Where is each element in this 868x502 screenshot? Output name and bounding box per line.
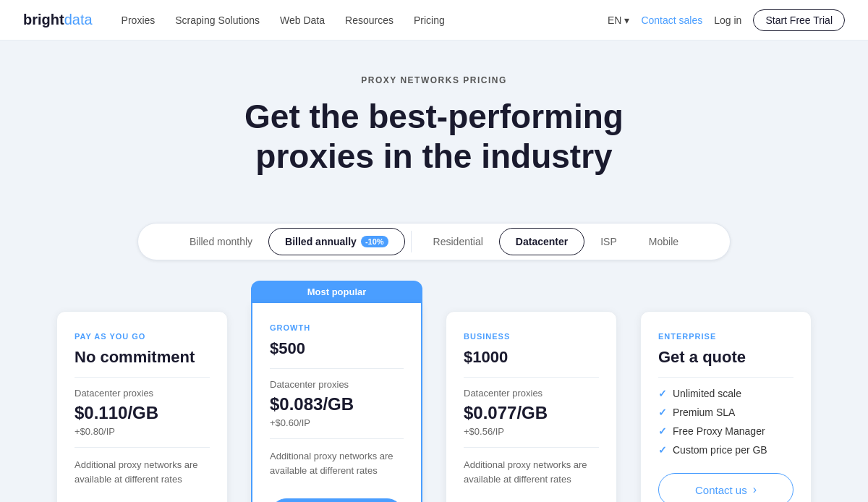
check-icon: ✓ bbox=[658, 407, 667, 418]
nav-web-data[interactable]: Web Data bbox=[280, 14, 325, 26]
billing-tabs: Billed monthly Billed annually -10% Resi… bbox=[137, 223, 731, 260]
nav-actions: EN ▾ Contact sales Log in Start Free Tri… bbox=[608, 9, 845, 31]
logo-bright: bright bbox=[23, 12, 64, 28]
nav-resources[interactable]: Resources bbox=[345, 14, 393, 26]
arrow-icon: › bbox=[753, 483, 757, 496]
feature-proxy-manager: ✓ Free Proxy Manager bbox=[658, 425, 793, 437]
feature-custom-price: ✓ Custom price per GB bbox=[658, 444, 793, 456]
plan-title: $500 bbox=[270, 339, 404, 358]
tab-billed-monthly[interactable]: Billed monthly bbox=[174, 228, 268, 255]
check-icon: ✓ bbox=[658, 388, 667, 399]
nav-scraping[interactable]: Scraping Solutions bbox=[175, 14, 260, 26]
plan-tag: PAY AS YOU GO bbox=[75, 332, 210, 341]
plan-cta-enterprise[interactable]: Contact us › bbox=[658, 473, 793, 502]
nav-pricing[interactable]: Pricing bbox=[414, 14, 445, 26]
language-selector[interactable]: EN ▾ bbox=[608, 14, 629, 26]
logo-data: data bbox=[64, 12, 93, 28]
nav-contact-sales[interactable]: Contact sales bbox=[641, 14, 702, 26]
plan-rate: $0.077/GB bbox=[464, 403, 599, 423]
plan-title: No commitment bbox=[75, 348, 210, 367]
plan-note: Additional proxy networks are available … bbox=[75, 458, 210, 493]
plan-title: Get a quote bbox=[658, 348, 793, 367]
nav-links: Proxies Scraping Solutions Web Data Reso… bbox=[122, 14, 608, 26]
plan-card-business: BUSINESS $1000 Datacenter proxies $0.077… bbox=[446, 311, 617, 502]
plan-ip-rate: +$0.60/IP bbox=[270, 417, 404, 428]
plan-rate: $0.110/GB bbox=[75, 403, 210, 423]
plan-note: Additional proxy networks are available … bbox=[464, 458, 599, 493]
hero-section: PROXY NETWORKS PRICING Get the best-perf… bbox=[0, 41, 868, 200]
hero-subtitle: PROXY NETWORKS PRICING bbox=[23, 75, 845, 85]
pricing-section: PAY AS YOU GO No commitment Datacenter p… bbox=[22, 281, 846, 502]
plan-tag: ENTERPRISE bbox=[658, 332, 793, 341]
plan-ip-rate: +$0.80/IP bbox=[75, 426, 210, 437]
feature-premium-sla: ✓ Premium SLA bbox=[658, 407, 793, 418]
discount-badge: -10% bbox=[361, 236, 388, 247]
proxy-label: Datacenter proxies bbox=[75, 388, 210, 399]
nav-trial-button[interactable]: Start Free Trial bbox=[753, 9, 845, 31]
check-icon: ✓ bbox=[658, 425, 667, 437]
feature-unlimited-scale: ✓ Unlimited scale bbox=[658, 388, 793, 399]
tab-billed-annually[interactable]: Billed annually -10% bbox=[268, 228, 405, 255]
tab-isp[interactable]: ISP bbox=[584, 228, 633, 255]
plan-cta-growth[interactable]: Start free trial › bbox=[270, 498, 404, 502]
popular-banner: Most popular bbox=[251, 281, 422, 303]
logo[interactable]: bright data bbox=[23, 12, 93, 28]
plan-card-payasyougo: PAY AS YOU GO No commitment Datacenter p… bbox=[56, 311, 228, 502]
plan-card-growth: GROWTH $500 Datacenter proxies $0.083/GB… bbox=[251, 303, 422, 502]
plan-tag: GROWTH bbox=[270, 323, 404, 332]
check-icon: ✓ bbox=[658, 444, 667, 456]
chevron-down-icon: ▾ bbox=[624, 14, 629, 26]
proxy-label: Datacenter proxies bbox=[270, 379, 404, 390]
proxy-label: Datacenter proxies bbox=[464, 388, 599, 399]
tab-residential[interactable]: Residential bbox=[417, 228, 499, 255]
plan-tag: BUSINESS bbox=[464, 332, 599, 341]
plan-card-enterprise: ENTERPRISE Get a quote ✓ Unlimited scale… bbox=[640, 311, 812, 502]
plan-rate: $0.083/GB bbox=[270, 394, 404, 414]
nav-login[interactable]: Log in bbox=[714, 14, 741, 26]
plan-ip-rate: +$0.56/IP bbox=[464, 426, 599, 437]
plan-title: $1000 bbox=[464, 348, 599, 367]
hero-title: Get the best-performing proxies in the i… bbox=[188, 97, 680, 176]
plan-note: Additional proxy networks are available … bbox=[270, 449, 404, 484]
tab-mobile[interactable]: Mobile bbox=[633, 228, 694, 255]
nav-proxies[interactable]: Proxies bbox=[122, 14, 156, 26]
navigation: bright data Proxies Scraping Solutions W… bbox=[0, 0, 868, 41]
tab-datacenter[interactable]: Datacenter bbox=[499, 228, 584, 255]
